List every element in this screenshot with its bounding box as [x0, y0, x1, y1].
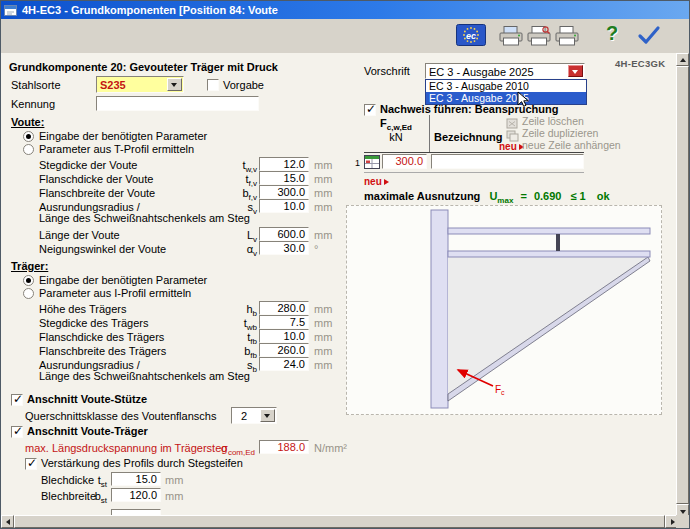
- field-symbol: sb: [219, 359, 257, 376]
- row-number: 1: [355, 157, 360, 170]
- unit-label: mm: [314, 159, 332, 172]
- querschnittsklasse-value: 2: [241, 410, 247, 422]
- blechbreite-input[interactable]: 120.0: [111, 488, 161, 502]
- anschnitt-traeger-label: Anschnitt Voute-Träger: [27, 425, 148, 438]
- ausrundung-voute-input[interactable]: 10.0: [259, 199, 309, 213]
- hoehe-traeger-input[interactable]: 280.0: [259, 301, 309, 315]
- mouse-cursor: [517, 91, 529, 112]
- svg-text:Fc: Fc: [495, 384, 505, 396]
- neigungswinkel-input[interactable]: 30.0: [259, 241, 309, 255]
- table-divider: [429, 115, 430, 152]
- flanschdicke-voute-input[interactable]: 15.0: [259, 171, 309, 185]
- vorschrift-label: Vorschrift: [364, 65, 410, 78]
- flanschbreite-voute-input[interactable]: 300.0: [259, 185, 309, 199]
- unit-label: mm: [165, 474, 183, 487]
- traeger-iprofil-label[interactable]: Parameter aus I-Profil ermitteln: [39, 287, 191, 300]
- stahlsorte-select[interactable]: S235: [96, 76, 184, 93]
- stegsteifen-label: Verstärkung des Profils durch Stegsteife…: [41, 457, 243, 470]
- scroll-left-button[interactable]: [1, 515, 14, 528]
- unit-label: °: [314, 243, 318, 256]
- field-symbol: tst: [85, 474, 107, 491]
- print-icon[interactable]: [554, 25, 580, 51]
- field-symbol: αv: [219, 243, 257, 260]
- flanschdicke-traeger-input[interactable]: 10.0: [259, 329, 309, 343]
- stegsteifen-checkbox[interactable]: [25, 458, 37, 470]
- voute-tprofil-radio[interactable]: [23, 144, 34, 155]
- vorgabe-checkbox[interactable]: [207, 79, 219, 91]
- vorschrift-select[interactable]: EC 3 - Ausgabe 2025: [425, 63, 585, 79]
- force-input[interactable]: 300.0: [382, 154, 427, 169]
- unit-label: mm: [314, 331, 332, 344]
- field-symbol: bst: [85, 490, 107, 507]
- stahlsorte-dropdown-button[interactable]: [167, 78, 182, 91]
- help-icon[interactable]: ?: [606, 22, 618, 45]
- traeger-eingabe-radio[interactable]: [23, 275, 34, 286]
- umax-limit: ≤ 1: [571, 190, 586, 202]
- vorschrift-dropdown-button[interactable]: [568, 65, 583, 77]
- voute-eingabe-radio[interactable]: [23, 131, 34, 142]
- eurocode-icon[interactable]: ec: [456, 24, 486, 50]
- stahlsorte-label: Stahlsorte: [11, 79, 61, 92]
- unit-label: mm: [314, 173, 332, 186]
- append-row-button[interactable]: neu: [364, 175, 392, 188]
- flanschbreite-traeger-input[interactable]: 260.0: [259, 343, 309, 357]
- umax-value: 0.690: [534, 190, 562, 202]
- horizontal-scrollbar[interactable]: [1, 515, 678, 528]
- sigma-input[interactable]: 188.0: [259, 440, 309, 454]
- nachweis-checkbox[interactable]: [364, 104, 376, 116]
- traeger-eingabe-label[interactable]: Eingabe der benötigten Parameter: [39, 274, 207, 287]
- anschnitt-stuetze-label: Anschnitt Voute-Stütze: [27, 393, 147, 406]
- kennung-input[interactable]: [96, 96, 259, 111]
- print-document-icon[interactable]: [498, 25, 524, 51]
- ausrundung-traeger-input[interactable]: 24.0: [259, 357, 309, 371]
- voute-section-title: Voute:: [11, 116, 44, 129]
- stegdicke-traeger-input[interactable]: 7.5: [259, 315, 309, 329]
- unit-label: N/mm²: [314, 442, 347, 455]
- laenge-voute-input[interactable]: 600.0: [259, 227, 309, 241]
- anschnitt-stuetze-checkbox[interactable]: [11, 394, 23, 406]
- titlebar[interactable]: 4H-EC3 - Grundkomponenten [Position 84: …: [1, 1, 689, 19]
- force-unit-header: kN: [367, 131, 425, 144]
- querschnittsklasse-dropdown-button[interactable]: [260, 409, 275, 422]
- anschnitt-traeger-checkbox[interactable]: [11, 426, 23, 438]
- stegdicke-voute-input[interactable]: 12.0: [259, 157, 309, 171]
- vorschrift-option-2025[interactable]: EC 3 - Ausgabe 2025: [426, 92, 586, 104]
- module-brand: 4H-EC3GK: [615, 57, 665, 70]
- confirm-icon[interactable]: [637, 25, 661, 49]
- voute-tprofil-label[interactable]: Parameter aus T-Profil ermitteln: [39, 143, 194, 156]
- unit-label: mm: [314, 303, 332, 316]
- connection-diagram: Fc: [346, 205, 662, 415]
- vorschrift-option-2010[interactable]: EC 3 - Ausgabe 2010: [426, 80, 586, 92]
- unit-label: mm: [314, 201, 332, 214]
- field-label: Flanschbreite der Voute: [39, 187, 155, 200]
- field-label: Flanschdicke des Trägers: [39, 331, 164, 344]
- app-window: 4H-EC3 - Grundkomponenten [Position 84: …: [0, 0, 690, 529]
- kennung-label: Kennung: [11, 98, 55, 111]
- sigma-label: max. Längsdruckspannung im Trägersteg: [25, 442, 227, 455]
- ausnutzung-label: maximale Ausnutzung: [364, 190, 480, 202]
- scroll-up-button[interactable]: [676, 53, 689, 66]
- field-label: Stegdicke der Voute: [39, 159, 137, 172]
- svg-text:ec: ec: [466, 31, 476, 41]
- print-preview-icon[interactable]: [526, 25, 552, 51]
- querschnittsklasse-select[interactable]: 2: [231, 407, 277, 424]
- action-neue-zeile[interactable]: neue Zeile anhängen: [522, 139, 621, 152]
- voute-eingabe-label[interactable]: Eingabe der benötigten Parameter: [39, 130, 207, 143]
- table-bottom-line: [364, 172, 584, 173]
- app-icon: [4, 4, 18, 17]
- querschnittsklasse-label: Querschnittsklasse des Voutenflanschs: [25, 410, 216, 423]
- bezeichnung-input[interactable]: [431, 154, 584, 169]
- traeger-section-title: Träger:: [11, 260, 48, 273]
- traeger-iprofil-radio[interactable]: [23, 288, 34, 299]
- table-header-line: [364, 152, 584, 153]
- vorschrift-value: EC 3 - Ausgabe 2025: [429, 66, 534, 78]
- umax-eq: =: [520, 190, 526, 202]
- blechdicke-input[interactable]: 15.0: [111, 472, 161, 486]
- horizontal-scroll-thumb[interactable]: [14, 515, 665, 528]
- unit-label: mm: [314, 317, 332, 330]
- vertical-scrollbar[interactable]: [676, 53, 689, 517]
- row-type-icon[interactable]: [364, 155, 380, 173]
- scrollbar-corner: [676, 515, 689, 528]
- vorgabe-label: Vorgabe: [223, 79, 264, 92]
- vertical-scroll-thumb[interactable]: [676, 66, 689, 504]
